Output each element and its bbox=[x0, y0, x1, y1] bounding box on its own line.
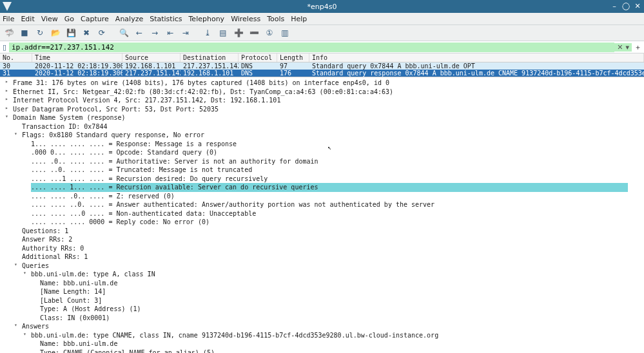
dns-authority-rrs-count[interactable]: Authority RRs: 0 bbox=[13, 244, 640, 253]
frame-summary[interactable]: Frame 31: 176 bytes on wire (1408 bits),… bbox=[4, 79, 640, 88]
dns-flags-header[interactable]: Flags: 0x8180 Standard query response, N… bbox=[13, 131, 640, 140]
dns-questions-count[interactable]: Questions: 1 bbox=[13, 227, 640, 236]
cell-len: 176 bbox=[277, 70, 309, 77]
go-first-icon[interactable]: ⇤ bbox=[164, 26, 177, 39]
menu-view[interactable]: View bbox=[41, 15, 58, 23]
window-maximize-button[interactable]: ◯ bbox=[622, 3, 630, 10]
zoom-out-icon[interactable]: ➖ bbox=[248, 26, 260, 39]
restart-capture-icon[interactable]: ↻ bbox=[34, 26, 46, 39]
query-class[interactable]: Class: IN (0x0001) bbox=[31, 314, 640, 323]
add-filter-button-icon[interactable]: ＋ bbox=[632, 43, 644, 52]
dns-answer-rrs-count[interactable]: Answer RRs: 2 bbox=[13, 235, 640, 244]
dns-transaction-id[interactable]: Transaction ID: 0x7844 bbox=[13, 122, 640, 131]
cell-proto: DNS bbox=[239, 62, 277, 70]
column-header-source[interactable]: Source bbox=[122, 53, 181, 62]
shark-icon[interactable]: 🦈 bbox=[3, 26, 15, 39]
menu-telephony[interactable]: Telephony bbox=[189, 15, 225, 23]
cell-dst: 217.237.151.142 bbox=[181, 62, 239, 70]
menu-analyze[interactable]: Analyze bbox=[115, 15, 143, 23]
menu-tools[interactable]: Tools bbox=[267, 15, 284, 23]
window-minimize-button[interactable]: – bbox=[610, 3, 618, 10]
menu-edit[interactable]: Edit bbox=[21, 15, 34, 23]
window-title: *enp4s0 bbox=[307, 3, 337, 11]
dns-additional-rrs-count[interactable]: Additional RRs: 1 bbox=[13, 253, 640, 262]
column-header-no[interactable]: No. bbox=[0, 53, 32, 62]
packet-row[interactable]: 312020-11-12 02:18:19.306467344217.237.1… bbox=[0, 70, 644, 77]
dns-answer-cname[interactable]: bbb.uni-ulm.de: type CNAME, class IN, cn… bbox=[22, 331, 640, 340]
menu-help[interactable]: Help bbox=[291, 15, 307, 23]
query-name[interactable]: Name: bbb.uni-ulm.de bbox=[31, 279, 640, 288]
window-titlebar: *enp4s0 – ◯ ✕ bbox=[0, 0, 644, 13]
dns-flag-line[interactable]: .... ...1 .... .... = Recursion desired:… bbox=[22, 175, 640, 184]
cell-len: 97 bbox=[277, 62, 309, 70]
query-name-length[interactable]: [Name Length: 14] bbox=[31, 287, 640, 296]
column-header-info[interactable]: Info bbox=[309, 53, 644, 62]
dns-summary[interactable]: Domain Name System (response) bbox=[4, 113, 640, 122]
go-forward-icon[interactable]: → bbox=[148, 26, 161, 39]
packet-list-pane[interactable]: No.TimeSourceDestinationProtocolLengthIn… bbox=[0, 53, 644, 77]
cell-proto: DNS bbox=[239, 70, 277, 77]
ans1-type[interactable]: Type: CNAME (Canonical NAME for an alias… bbox=[31, 348, 640, 354]
reload-icon[interactable]: ⟳ bbox=[95, 26, 108, 39]
dns-flag-line[interactable]: .... .0.. .... .... = Authoritative: Ser… bbox=[22, 157, 640, 166]
udp-summary[interactable]: User Datagram Protocol, Src Port: 53, Ds… bbox=[4, 105, 640, 114]
filter-history-dropdown-icon[interactable]: ▾ bbox=[625, 43, 629, 52]
dns-answers-header[interactable]: Answers bbox=[13, 322, 640, 331]
app-icon bbox=[3, 2, 12, 11]
zoom-reset-icon[interactable]: ① bbox=[263, 26, 276, 39]
dns-flag-line[interactable]: .... .... ...0 .... = Non-authenticated … bbox=[22, 209, 640, 218]
ip-summary[interactable]: Internet Protocol Version 4, Src: 217.23… bbox=[4, 96, 640, 105]
autoscroll-icon[interactable]: ⤓ bbox=[201, 26, 214, 39]
column-header-protocol[interactable]: Protocol bbox=[239, 53, 277, 62]
display-filter-input[interactable] bbox=[9, 43, 614, 52]
dns-queries-header[interactable]: Queries bbox=[13, 262, 640, 271]
dns-flag-line[interactable]: .... .... 1... .... = Recursion availabl… bbox=[22, 183, 640, 192]
menu-go[interactable]: Go bbox=[64, 15, 74, 23]
cell-dst: 192.168.1.101 bbox=[181, 70, 239, 77]
cell-info: Standard query response 0x7844 A bbb.uni… bbox=[309, 70, 644, 77]
ethernet-summary[interactable]: Ethernet II, Src: Netgear_42:02:fb (80:3… bbox=[4, 88, 640, 97]
open-icon[interactable]: 📂 bbox=[49, 26, 62, 39]
packet-details-pane[interactable]: Frame 31: 176 bytes on wire (1408 bits),… bbox=[0, 77, 644, 353]
bookmark-filter-icon[interactable]: ▯ bbox=[0, 43, 9, 52]
resize-columns-icon[interactable]: ▥ bbox=[278, 26, 291, 39]
cell-time: 2020-11-12 02:18:19.306467344 bbox=[32, 70, 122, 77]
display-filter-bar: ▯ ✕ ▾ ＋ bbox=[0, 41, 644, 53]
menu-bar: FileEditViewGoCaptureAnalyzeStatisticsTe… bbox=[0, 13, 644, 25]
cell-time: 2020-11-12 02:18:19.300204018 bbox=[32, 62, 122, 70]
colorize-icon[interactable]: ▤ bbox=[217, 26, 229, 39]
close-icon[interactable]: ✖ bbox=[80, 26, 93, 39]
main-toolbar: 🦈■↻📂💾✖⟳🔍←→⇤⇥⤓▤➕➖①▥ bbox=[0, 25, 644, 41]
cell-src: 192.168.1.101 bbox=[122, 62, 181, 70]
cell-no: 30 bbox=[0, 62, 32, 70]
sep bbox=[111, 27, 115, 39]
clear-filter-icon[interactable]: ✕ bbox=[617, 43, 623, 52]
column-header-destination[interactable]: Destination bbox=[181, 53, 239, 62]
save-icon[interactable]: 💾 bbox=[64, 26, 77, 39]
query-type[interactable]: Type: A (Host Address) (1) bbox=[31, 305, 640, 314]
dns-flag-line[interactable]: .... .... .0.. .... = Z: reserved (0) bbox=[22, 192, 640, 201]
stop-capture-icon[interactable]: ■ bbox=[18, 26, 31, 39]
packet-row[interactable]: 302020-11-12 02:18:19.300204018192.168.1… bbox=[0, 62, 644, 70]
dns-flag-line[interactable]: .... .... .... 0000 = Reply code: No err… bbox=[22, 218, 640, 227]
column-header-length[interactable]: Length bbox=[277, 53, 309, 62]
query-label-count[interactable]: [Label Count: 3] bbox=[31, 296, 640, 305]
column-header-time[interactable]: Time bbox=[32, 53, 122, 62]
menu-wireless[interactable]: Wireless bbox=[231, 15, 260, 23]
dns-query-entry[interactable]: bbb.uni-ulm.de: type A, class IN bbox=[22, 270, 640, 279]
cell-no: 31 bbox=[0, 70, 32, 77]
zoom-in-icon[interactable]: ➕ bbox=[232, 26, 245, 39]
dns-flag-recursion-available-selected[interactable]: .... .... 1... .... = Recursion availabl… bbox=[31, 183, 628, 192]
cell-info: Standard query 0x7844 A bbb.uni-ulm.de O… bbox=[309, 62, 644, 70]
menu-file[interactable]: File bbox=[3, 15, 14, 23]
menu-statistics[interactable]: Statistics bbox=[150, 15, 182, 23]
mouse-cursor-icon: ↖ bbox=[327, 143, 331, 152]
window-close-button[interactable]: ✕ bbox=[634, 3, 641, 10]
ans1-name[interactable]: Name: bbb.uni-ulm.de bbox=[31, 339, 640, 348]
menu-capture[interactable]: Capture bbox=[81, 15, 109, 23]
dns-flag-line[interactable]: .... ..0. .... .... = Truncated: Message… bbox=[22, 166, 640, 175]
go-last-icon[interactable]: ⇥ bbox=[179, 26, 192, 39]
find-icon[interactable]: 🔍 bbox=[117, 26, 130, 39]
go-back-icon[interactable]: ← bbox=[133, 26, 146, 39]
dns-flag-line[interactable]: .... .... ..0. .... = Answer authenticat… bbox=[22, 200, 640, 209]
